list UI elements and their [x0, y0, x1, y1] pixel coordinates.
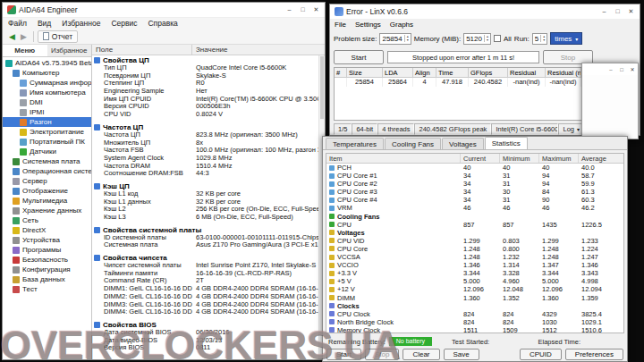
maximize-icon[interactable]	[616, 65, 627, 74]
sidebar-item-benchmark[interactable]: Тест	[3, 284, 91, 294]
column-align[interactable]: Align	[413, 68, 436, 77]
stat-row[interactable]: CPU Core #334308461.3	[326, 188, 623, 196]
table-row[interactable]: DIMM4: GeIL CL16-16-16 DDR4-24004 GB DDR…	[92, 308, 318, 316]
menu-file[interactable]: Файл	[3, 19, 32, 28]
back-icon[interactable]	[9, 32, 15, 41]
tab-menu[interactable]: Меню	[3, 45, 47, 56]
close-icon[interactable]	[309, 4, 323, 15]
stat-row[interactable]: +5 V5.0004.9605.0004.998	[326, 277, 623, 285]
column-minimum[interactable]: Minimum	[500, 154, 539, 163]
sidebar-item-computer[interactable]: Компьютер	[3, 68, 91, 78]
column-residual-norm[interactable]: Residual (norm.)	[546, 68, 581, 77]
table-row[interactable]: Command Rate (CR)2T	[92, 277, 318, 285]
table-row[interactable]: DIMM3: GeIL CL16-16-16 DDR4-24004 GB DDR…	[92, 301, 318, 309]
result-row[interactable]: 25854 25864 4 47.918 240.4582 -nan(ind) …	[335, 78, 581, 87]
column-value[interactable]: Значение	[192, 45, 325, 55]
stat-row[interactable]: CPU Core #434319060.3	[326, 196, 623, 204]
tab-favorites[interactable]: Избранное	[47, 45, 92, 56]
sidebar-item-config[interactable]: Конфигурация	[3, 265, 91, 274]
sidebar-item-portable-pc[interactable]: Портативный ПК	[3, 137, 91, 147]
sidebar-item-sensors[interactable]: Датчики	[3, 147, 91, 156]
clear-button[interactable]: Clear	[402, 349, 439, 360]
cpuid-button[interactable]: CPUID	[520, 349, 562, 360]
stat-row[interactable]: VRM46464646.2	[326, 204, 623, 212]
table-row[interactable]: Соотношение DRAM:FSB44:3	[92, 170, 318, 178]
maximize-icon[interactable]	[296, 4, 309, 15]
minimize-icon[interactable]	[283, 4, 296, 15]
stat-row[interactable]: PCH40404040.0	[326, 164, 623, 172]
menu-settings[interactable]: Settings	[351, 21, 386, 29]
run-count-input[interactable]: 5	[532, 33, 547, 45]
table-row[interactable]: Версия BIOS0811	[92, 344, 318, 352]
sidebar-item-software[interactable]: Программы	[3, 245, 91, 255]
tab-temperatures[interactable]: Temperatures	[326, 138, 384, 149]
tab-cooling-fans[interactable]: Cooling Fans	[385, 138, 441, 149]
tab-statistics[interactable]: Statistics	[485, 137, 528, 149]
table-row[interactable]: Версия CPUID000506E3h	[92, 103, 318, 111]
sidebar-item-server[interactable]: Сервер	[3, 176, 91, 186]
forward-icon[interactable]	[21, 32, 27, 41]
save-button[interactable]: Save	[444, 349, 479, 360]
stat-group-row[interactable]: Voltages	[326, 229, 623, 237]
start-button[interactable]: Start	[326, 349, 361, 360]
stat-row[interactable]: VCCIO1.3461.3141.3471.346	[326, 261, 623, 269]
table-row[interactable]: Тайминги памяти16-16-16-39 (CL-RCD-RP-RA…	[92, 270, 318, 278]
column-field[interactable]: Поле	[92, 45, 192, 55]
stat-row[interactable]: CPU VID1.2990.8031.2991.233	[326, 237, 623, 245]
table-row[interactable]: Дата видео-BIOS12/03/13	[92, 337, 318, 345]
stat-row[interactable]: CPU Clock82482443293825.4	[326, 310, 623, 318]
table-row[interactable]: Множитель ЦП8x	[92, 139, 318, 147]
table-row[interactable]: Engineering SampleНет	[92, 88, 318, 96]
sidebar-item-devices[interactable]: Устройства	[3, 235, 91, 245]
table-row[interactable]: Кэш L1 данных32 KB per core	[92, 198, 318, 206]
spinner-arrows-icon[interactable]	[404, 35, 411, 42]
sidebar-item-ipmi[interactable]: IPMI	[3, 107, 91, 117]
stat-row[interactable]: CPU Core #234319459.9	[326, 180, 623, 188]
spinner-arrows-icon[interactable]	[540, 35, 547, 42]
menu-file[interactable]: File	[330, 21, 351, 29]
minimize-icon[interactable]	[597, 6, 611, 17]
table-row[interactable]: DIMM1: GeIL CL16-16-16 DDR4-24004 GB DDR…	[92, 285, 318, 293]
sidebar-item-overclock[interactable]: Разгон	[3, 117, 91, 127]
sidebar-item-directx[interactable]: DirectX	[3, 225, 91, 235]
preferences-button[interactable]: Preferences	[565, 349, 623, 360]
sidebar-item-database[interactable]: База данных	[3, 274, 91, 284]
memory-input[interactable]: 5120	[463, 33, 491, 45]
sidebar-item-aida64-root[interactable]: AIDA64 v5.75.3945 Beta	[3, 58, 91, 68]
column-lda[interactable]: LDA	[383, 68, 413, 77]
sidebar-item-security[interactable]: Безопасность	[3, 255, 91, 265]
stat-row[interactable]: DIMM1.3601.3521.3601.359	[326, 294, 623, 302]
menu-view[interactable]: Вид	[32, 19, 56, 28]
sidebar-item-storage[interactable]: Хранение данных	[3, 206, 91, 215]
maximize-icon[interactable]	[611, 6, 624, 17]
sidebar-item-network[interactable]: Сеть	[3, 215, 91, 225]
stat-group-row[interactable]: Clocks	[326, 302, 623, 310]
column-number[interactable]: #	[335, 68, 347, 77]
stat-row[interactable]: North Bridge Clock82482410301029.1	[326, 318, 623, 326]
column-current[interactable]: Current	[461, 154, 500, 163]
minimize-icon[interactable]	[606, 65, 616, 74]
table-row[interactable]: Кэш L1 код32 KB per core	[92, 190, 318, 198]
table-row[interactable]: DIMM2: GeIL CL16-16-16 DDR4-24004 GB DDR…	[92, 293, 318, 301]
stop-button[interactable]: Stop	[365, 349, 399, 360]
column-item[interactable]: Item	[326, 154, 461, 163]
stat-group-row[interactable]: Cooling Fans	[326, 213, 623, 221]
table-row[interactable]: Частота DRAM1510.4 MHz	[92, 163, 318, 171]
menu-tools[interactable]: Сервис	[106, 19, 142, 28]
stat-row[interactable]: Memory Clock1511150915121510.6	[326, 326, 623, 333]
menu-help[interactable]: Справка	[142, 19, 182, 28]
sidebar-item-os[interactable]: Операционная система	[3, 166, 91, 176]
table-row[interactable]: Псевдоним ЦПSkylake-S	[92, 72, 318, 80]
column-average[interactable]: Average	[579, 154, 623, 163]
table-row[interactable]: Имя ЦП CPUIDIntel(R) Core(TM) i5-6600K C…	[92, 96, 318, 104]
column-gflops[interactable]: GFlops	[469, 68, 508, 77]
table-row[interactable]: Тип ЦПQuadCore Intel Core i5-6600K	[92, 64, 318, 72]
table-row[interactable]: Кэш L36 MB (On-Die, ECC, Full-Speed)	[92, 214, 318, 222]
stat-row[interactable]: CPU85785714351226.5	[326, 221, 623, 229]
report-button[interactable]: Отчет	[38, 30, 78, 43]
sidebar-item-display[interactable]: Отображение	[3, 186, 91, 196]
column-maximum[interactable]: Maximum	[539, 154, 579, 163]
table-row[interactable]: CPU VID0.8024 V	[92, 111, 318, 119]
table-row[interactable]: System Agent Clock1029.8 MHz	[92, 155, 318, 163]
log-toggle[interactable]: Log	[558, 123, 584, 135]
